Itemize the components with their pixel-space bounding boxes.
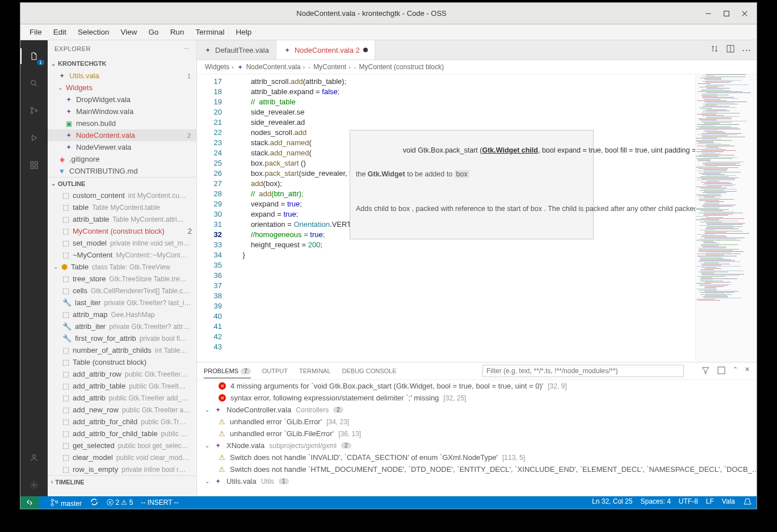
collapse-icon[interactable] — [717, 366, 726, 376]
activity-explorer[interactable]: 1 — [20, 45, 48, 67]
outline-header[interactable]: ⌄OUTLINE — [48, 177, 196, 189]
close-button[interactable] — [741, 10, 749, 18]
outline-item[interactable]: 🔧last_iter private Gtk.TreeIter? last_i… — [48, 297, 196, 309]
eol-indicator[interactable]: LF — [706, 497, 714, 508]
outline-item[interactable]: ⬚tree_store Gtk.TreeStore Table.tre… — [48, 273, 196, 285]
language-indicator[interactable]: Vala — [722, 497, 735, 508]
problem-row[interactable]: ⌄✦Utils.vala Utils 1 — [197, 475, 757, 487]
indent-indicator[interactable]: Spaces: 4 — [640, 497, 670, 508]
panel-tab-terminal[interactable]: TERMINAL — [299, 364, 331, 378]
encoding-indicator[interactable]: UTF-8 — [679, 497, 698, 508]
minimap[interactable] — [695, 74, 757, 362]
file-tree-item[interactable]: ✦NodeViewer.vala — [48, 141, 196, 153]
outline-item[interactable]: ⬚add_new_row public Gtk.TreeIter a… — [48, 404, 196, 416]
panel-tab-debug[interactable]: DEBUG CONSOLE — [342, 364, 397, 378]
breadcrumbs[interactable]: Widgets› ✦NodeContent.vala› ⬪MyContent› … — [197, 60, 757, 74]
explorer-more-icon[interactable]: ⋯ — [183, 45, 190, 53]
filter-icon[interactable] — [701, 366, 710, 376]
code-editor[interactable]: attrib_scroll.add(attrib_table); attrib_… — [228, 74, 695, 362]
menu-go[interactable]: Go — [143, 26, 165, 39]
file-tree: ✦Utils.vala1⌄Widgets✦DropWidget.vala✦Mai… — [48, 70, 196, 177]
menu-view[interactable]: View — [115, 26, 143, 39]
outline-item[interactable]: ⬚MyContent (construct block) 2 — [48, 225, 196, 237]
more-icon[interactable]: ⋯ — [742, 45, 751, 56]
file-tree-item[interactable]: ▼CONTRIBUTING.md — [48, 165, 196, 177]
file-tree-item[interactable]: ⌄Widgets — [48, 82, 196, 94]
svg-rect-5 — [31, 162, 33, 164]
outline-item[interactable]: ⬚attrib_table Table MyContent.attri… — [48, 213, 196, 225]
compare-icon[interactable] — [710, 44, 719, 56]
menu-file[interactable]: File — [24, 26, 48, 39]
problem-row[interactable]: ⚠Switch does not handle `INVALID', `CDAT… — [197, 451, 757, 463]
outline-item[interactable]: ⬚~MyContent MyContent::~MyCont… — [48, 249, 196, 261]
cursor-position[interactable]: Ln 32, Col 25 — [592, 497, 632, 508]
outline-item[interactable]: ⬚attrib_map Gee.HashMap — [48, 309, 196, 320]
outline-item[interactable]: ⬚cells Gtk.CellRendererText[] Table.c… — [48, 285, 196, 297]
outline-item[interactable]: ⬚add_attrib_for_child_table public … — [48, 428, 196, 440]
branch-indicator[interactable]: master — [50, 498, 82, 508]
file-tree-item[interactable]: ✦DropWidget.vala — [48, 94, 196, 105]
timeline-header[interactable]: ›TIMELINE — [48, 475, 196, 488]
svg-point-9 — [32, 455, 35, 458]
outline-item[interactable]: ⬚row_is_empty private inline bool r… — [48, 463, 196, 475]
tab-defaulttree[interactable]: ✦DefaultTree.vala — [197, 40, 276, 60]
split-icon[interactable] — [726, 44, 735, 56]
menu-selection[interactable]: Selection — [72, 26, 115, 39]
outline-item[interactable]: ⬚Table (construct block) — [48, 356, 196, 368]
modified-dot-icon — [363, 48, 368, 52]
activity-settings[interactable] — [20, 474, 48, 496]
menubar: File Edit Selection View Go Run Terminal… — [20, 24, 757, 40]
menu-terminal[interactable]: Terminal — [190, 26, 230, 39]
file-tree-item[interactable]: ◈.gitignore — [48, 153, 196, 165]
maximize-button[interactable] — [723, 10, 730, 18]
problem-row[interactable]: ⌄✦XNode.vala subprojects/gxml/gxml 2 — [197, 440, 757, 451]
activity-debug[interactable] — [20, 126, 48, 149]
outline-item[interactable]: ⬚number_of_attrib_childs int Table… — [48, 344, 196, 356]
vala-icon: ✦ — [236, 63, 244, 71]
activity-account[interactable] — [20, 446, 48, 469]
menu-edit[interactable]: Edit — [48, 26, 72, 39]
folder-header[interactable]: ⌄KRONTECHGTK — [48, 57, 196, 70]
outline-item[interactable]: 🔧attrib_iter private Gtk.TreeIter? attr… — [48, 320, 196, 332]
outline-item[interactable]: ⬚table Table MyContent.table — [48, 201, 196, 213]
activity-extensions[interactable] — [20, 154, 48, 176]
outline-item[interactable]: ⬚add_attrib public Gtk.TreeIter add_… — [48, 392, 196, 404]
error-count[interactable]: ⓧ 2 ⚠ 5 — [107, 498, 133, 508]
problem-row[interactable]: ⚠Switch does not handle `HTML_DOCUMENT_N… — [197, 463, 757, 475]
close-panel-icon[interactable]: ✕ — [745, 366, 750, 376]
vim-mode: -- INSERT -- — [141, 499, 178, 506]
outline-item[interactable]: ⬚set_model private inline void set_m… — [48, 237, 196, 249]
menu-run[interactable]: Run — [165, 26, 190, 39]
problem-row[interactable]: ✕4 missing arguments for `void Gtk.Box.p… — [197, 380, 757, 392]
sidebar: EXPLORER⋯ ⌄KRONTECHGTK ✦Utils.vala1⌄Widg… — [48, 40, 197, 496]
panel-tab-output[interactable]: OUTPUT — [262, 364, 288, 378]
activity-scm[interactable] — [20, 99, 48, 122]
problem-row[interactable]: ⚠unhandled error `GLib.Error' [34, 23] — [197, 416, 757, 428]
remote-button[interactable] — [20, 496, 39, 509]
bell-icon[interactable] — [743, 497, 752, 508]
problem-row[interactable]: ⚠unhandled error `GLib.FileError' [36, 1… — [197, 428, 757, 440]
file-tree-item[interactable]: ✦Utils.vala1 — [48, 70, 196, 82]
menu-help[interactable]: Help — [230, 26, 257, 39]
outline-item[interactable]: ⬚clear_model public void clear_mod… — [48, 451, 196, 463]
minimize-button[interactable] — [704, 10, 712, 18]
sync-button[interactable] — [90, 497, 99, 508]
outline-item[interactable]: ⬚add_attrib_row public Gtk.TreeIter… — [48, 368, 196, 380]
outline-item[interactable]: ⬚get_selected public bool get_selec… — [48, 440, 196, 451]
svg-point-14 — [51, 504, 53, 506]
problem-row[interactable]: ✕syntax error, following expression/stat… — [197, 392, 757, 404]
activity-search[interactable] — [20, 72, 48, 95]
tab-nodecontent[interactable]: ✦NodeContent.vala 2 — [276, 40, 375, 60]
outline-item[interactable]: ⬚custom_content int MyContent.cu… — [48, 189, 196, 201]
file-tree-item[interactable]: ✦MainWindow.vala — [48, 105, 196, 117]
outline-item[interactable]: ⬚add_attrib_table public Gtk.TreeIt… — [48, 380, 196, 392]
file-tree-item[interactable]: ✦NodeContent.vala2 — [48, 129, 196, 141]
problems-filter-input[interactable] — [482, 365, 684, 377]
outline-item[interactable]: ⌄⬢Table class Table: Gtk.TreeView — [48, 261, 196, 273]
problem-row[interactable]: ⌄✦NodeController.vala Controllers 2 — [197, 404, 757, 416]
chevron-up-icon[interactable]: ⌃ — [733, 366, 738, 376]
file-tree-item[interactable]: ▣meson.build — [48, 117, 196, 129]
outline-item[interactable]: ⬚add_attrib_for_child public Gtk.Tr… — [48, 416, 196, 428]
panel-tab-problems[interactable]: PROBLEMS7 — [204, 364, 251, 378]
outline-item[interactable]: 🔧first_row_for_attrib private bool fi… — [48, 332, 196, 344]
